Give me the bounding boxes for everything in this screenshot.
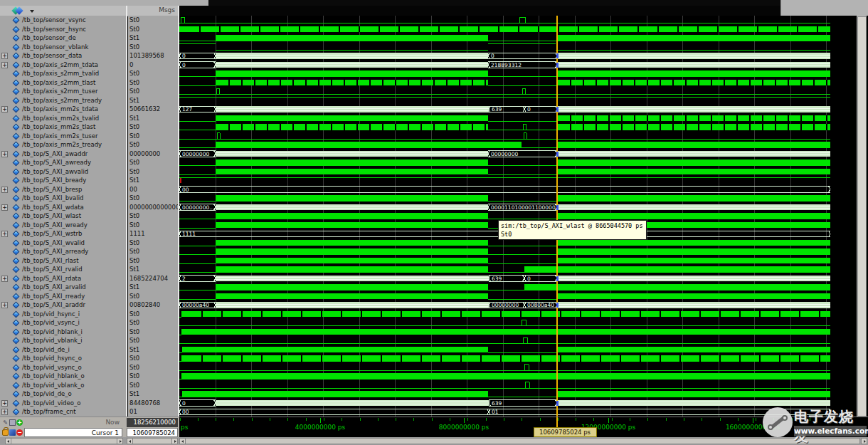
scroll-right-button[interactable]	[861, 438, 867, 444]
expander-toggle[interactable]: +	[1, 231, 8, 237]
signal-row[interactable]: /tb_top/vid_vsync_o	[0, 363, 127, 372]
lock-cursor-icon[interactable]	[2, 429, 9, 436]
signal-diamond-icon	[13, 346, 20, 353]
signal-row[interactable]: /tb_top/axis_mm2s_tvalid	[0, 114, 127, 123]
scroll-left-button[interactable]	[179, 438, 186, 444]
signal-row[interactable]: +/tb_top/axis_mm2s_tdata	[0, 105, 127, 114]
edit-mode-icon[interactable]: ✎	[2, 419, 9, 426]
signal-diamond-icon	[13, 26, 20, 33]
vertical-scrollbar-thumb[interactable]	[857, 16, 867, 417]
cursor-name-input[interactable]: Cursor 1	[24, 428, 122, 437]
time-ruler[interactable]: 4000000000 ps8000000000 ps12000000000 ps…	[179, 417, 868, 437]
expander-toggle[interactable]: +	[1, 204, 8, 211]
expander-toggle[interactable]: +	[1, 62, 8, 68]
expander-toggle[interactable]: +	[1, 409, 8, 415]
add-cursor-button[interactable]: +	[16, 419, 23, 426]
select-mode-icon[interactable]	[9, 419, 16, 426]
expander-toggle[interactable]: +	[1, 276, 8, 282]
signal-row[interactable]: +/tb_top/sensor_data	[0, 51, 127, 61]
expander-toggle[interactable]: +	[1, 400, 8, 407]
signal-row[interactable]: /tb_top/vid_hblank_i	[0, 328, 127, 337]
signal-row[interactable]: +/tb_top/vid_video_o	[0, 399, 127, 408]
signal-row[interactable]: +/tb_top/axis_s2mm_tdata	[0, 61, 127, 70]
signal-row[interactable]: /tb_top/S_AXI_wlast	[0, 211, 127, 221]
signal-row[interactable]: /tb_top/S_AXI_arready	[0, 247, 127, 256]
signal-row[interactable]: /tb_top/axis_s2mm_tready	[0, 96, 127, 105]
signal-diamond-icon	[13, 88, 20, 95]
values-h-scrollbar[interactable]	[127, 438, 178, 444]
svg-text:00000000: 00000000	[491, 151, 518, 157]
signal-row[interactable]: +/tb_top/S_AXI_wstrb	[0, 229, 127, 239]
scroll-left-button[interactable]	[127, 438, 133, 444]
signal-value: St0	[128, 292, 178, 301]
signal-name: /tb_top/axis_mm2s_tvalid	[22, 114, 99, 123]
svg-text:0: 0	[527, 106, 531, 112]
signal-row[interactable]: +/tb_top/S_AXI_araddr	[0, 300, 127, 310]
now-row: ✎ + Now 18256210000 ps	[0, 418, 179, 428]
expander-toggle[interactable]: +	[1, 53, 8, 59]
signal-value: St0	[128, 69, 178, 78]
wave-h-scrollbar[interactable]	[179, 438, 860, 444]
signal-row[interactable]: /tb_top/vid_hsync_i	[0, 310, 127, 319]
signal-row[interactable]: /tb_top/sensor_hsync	[0, 25, 127, 34]
chevron-down-icon[interactable]	[30, 10, 34, 13]
signal-row[interactable]: /tb_top/axis_mm2s_tready	[0, 140, 127, 150]
signal-row[interactable]: /tb_top/S_AXI_bvalid	[0, 194, 127, 203]
signal-row[interactable]: +/tb_top/S_AXI_awaddr	[0, 150, 127, 159]
signal-row[interactable]: /tb_top/S_AXI_wvalid	[0, 239, 127, 248]
signal-row[interactable]: /tb_top/S_AXI_awready	[0, 158, 127, 167]
vertical-scrollbar[interactable]	[857, 16, 867, 417]
signal-row[interactable]: /tb_top/vid_hsync_o	[0, 354, 127, 363]
scroll-left-button[interactable]	[5, 438, 11, 444]
expander-toggle[interactable]: +	[1, 302, 8, 308]
column-divider[interactable]	[126, 6, 127, 438]
signal-diamond-icon	[13, 373, 20, 380]
signal-row[interactable]: /tb_top/S_AXI_rvalid	[0, 265, 127, 274]
signal-name: /tb_top/axis_mm2s_tlast	[22, 122, 95, 132]
signal-row[interactable]: /tb_top/sensor_vblank	[0, 43, 127, 52]
expander-toggle[interactable]: +	[1, 106, 8, 112]
signal-value: St0	[128, 25, 178, 34]
signal-name-list[interactable]: /tb_top/sensor_vsync/tb_top/sensor_hsync…	[0, 16, 127, 417]
waveform-canvas[interactable]: 0002188933121276390000000000000000000000…	[179, 16, 854, 417]
scroll-right-button[interactable]	[171, 438, 178, 444]
signal-row[interactable]: /tb_top/axis_s2mm_tlast	[0, 78, 127, 88]
expander-toggle[interactable]: +	[1, 187, 8, 193]
signal-value: 50661632	[128, 105, 178, 114]
signal-row[interactable]: /tb_top/S_AXI_wready	[0, 221, 127, 230]
signal-row[interactable]: +/tb_top/S_AXI_rdata	[0, 274, 127, 283]
signal-row[interactable]: /tb_top/S_AXI_rready	[0, 292, 127, 301]
signal-row[interactable]: /tb_top/axis_mm2s_tuser	[0, 132, 127, 141]
cursor-time-value[interactable]: 10609785024 ps	[127, 428, 178, 437]
expander-toggle[interactable]: +	[1, 151, 8, 157]
signal-row[interactable]: /tb_top/axis_mm2s_tlast	[0, 122, 127, 132]
scroll-right-button[interactable]	[117, 438, 123, 444]
header-corner	[780, 0, 868, 16]
signal-diamond-icon	[13, 328, 20, 335]
signal-diamond-icon	[13, 355, 20, 362]
signal-name: /tb_top/sensor_de	[22, 33, 76, 43]
signal-row[interactable]: /tb_top/vid_vblank_i	[0, 336, 127, 345]
names-h-scrollbar[interactable]	[5, 438, 123, 444]
signal-row[interactable]: /tb_top/axis_s2mm_tvalid	[0, 69, 127, 78]
signal-row[interactable]: /tb_top/S_AXI_bready	[0, 176, 127, 185]
signal-row[interactable]: /tb_top/axis_s2mm_tuser	[0, 87, 127, 96]
signal-row[interactable]: /tb_top/vid_hblank_o	[0, 372, 127, 381]
delete-cursor-button[interactable]: −	[16, 429, 23, 436]
edit-cursor-icon[interactable]	[9, 429, 16, 436]
signal-row[interactable]: /tb_top/vid_de_o	[0, 389, 127, 399]
signal-row[interactable]: /tb_top/S_AXI_awvalid	[0, 167, 127, 177]
signal-row[interactable]: /tb_top/sensor_de	[0, 33, 127, 43]
signal-row[interactable]: /tb_top/vid_vsync_i	[0, 318, 127, 328]
signal-diamond-icon	[13, 186, 20, 193]
signal-row[interactable]: +/tb_top/S_AXI_wdata	[0, 203, 127, 212]
signal-row[interactable]: /tb_top/vid_vblank_o	[0, 381, 127, 390]
signal-value: St1	[128, 114, 178, 123]
signal-row[interactable]: +/tb_top/frame_cnt	[0, 407, 127, 417]
signal-row[interactable]: +/tb_top/S_AXI_bresp	[0, 185, 127, 194]
signal-row[interactable]: /tb_top/S_AXI_arvalid	[0, 283, 127, 292]
signal-row[interactable]: /tb_top/S_AXI_rlast	[0, 256, 127, 266]
signal-row[interactable]: /tb_top/vid_de_i	[0, 345, 127, 355]
signal-row[interactable]: /tb_top/sensor_vsync	[0, 16, 127, 25]
signal-name: /tb_top/S_AXI_rdata	[22, 274, 81, 283]
